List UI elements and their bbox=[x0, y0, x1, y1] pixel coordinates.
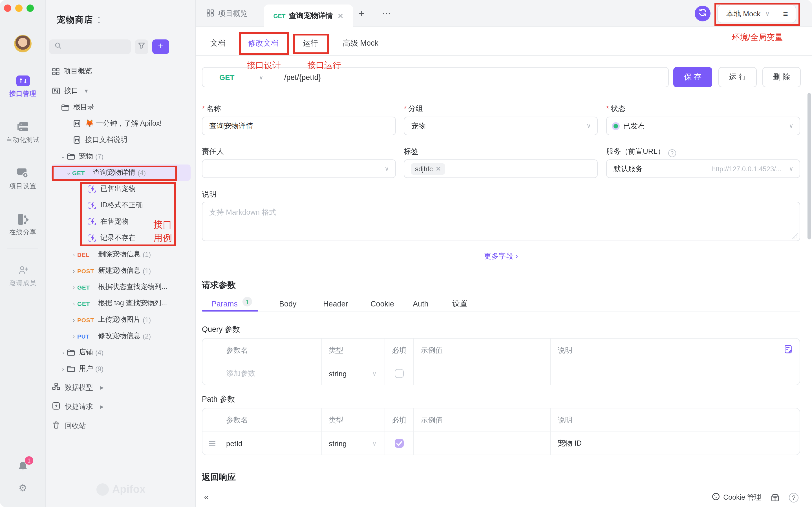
chevron-right-icon[interactable]: › bbox=[70, 251, 77, 258]
close-tab-icon[interactable]: ✕ bbox=[338, 11, 344, 20]
tree-section-回收站[interactable]: 回收站 bbox=[46, 416, 196, 436]
tree-endpoint-上传宠物图片[interactable]: ›POST上传宠物图片(1) bbox=[46, 312, 196, 328]
tree-item-在售宠物[interactable]: 在售宠物 bbox=[46, 214, 196, 230]
param-type-select[interactable]: string∨ bbox=[322, 432, 385, 455]
param-row[interactable]: petIdstring∨宠物 ID bbox=[202, 432, 800, 455]
tag-chip[interactable]: sdjhfc✕ bbox=[411, 163, 445, 174]
service-select[interactable]: 默认服务http://127.0.0.1:4523/...∨ bbox=[606, 159, 800, 178]
params-tab-Auth[interactable]: Auth bbox=[413, 297, 428, 310]
remove-tag-icon[interactable]: ✕ bbox=[436, 165, 441, 173]
bulk-edit-icon[interactable] bbox=[784, 345, 793, 355]
owner-select[interactable]: ∨ bbox=[202, 159, 396, 178]
drag-handle-icon[interactable] bbox=[209, 441, 215, 446]
add-button[interactable]: + bbox=[152, 40, 169, 54]
cookie-manager-button[interactable]: Cookie 管理 bbox=[711, 492, 761, 503]
chevron-right-icon[interactable]: › bbox=[70, 284, 77, 290]
rail-item-online-share[interactable]: 在线分享 bbox=[0, 213, 46, 237]
expand-icon[interactable]: ▶ bbox=[100, 385, 104, 390]
close-window-icon[interactable] bbox=[4, 4, 11, 12]
minimize-window-icon[interactable] bbox=[15, 4, 22, 12]
param-name-cell[interactable]: 添加参数 bbox=[219, 362, 322, 385]
rail-item-invite-member[interactable]: 邀请成员 bbox=[0, 264, 46, 287]
new-tab-button[interactable]: + bbox=[359, 0, 364, 27]
help-button[interactable]: ? bbox=[789, 493, 799, 502]
tree-section-数据模型[interactable]: 数据模型▶ bbox=[46, 378, 196, 397]
tree-item-记录不存在[interactable]: 记录不存在 bbox=[46, 230, 196, 246]
path-input[interactable]: /pet/{petId} bbox=[284, 73, 321, 81]
param-example-cell[interactable] bbox=[414, 362, 551, 385]
doc-tab-文档[interactable]: 文档 bbox=[210, 35, 225, 52]
param-desc-cell[interactable] bbox=[551, 362, 800, 385]
tree-section-快捷请求[interactable]: 快捷请求▶ bbox=[46, 397, 196, 416]
avatar[interactable] bbox=[14, 35, 32, 52]
maximize-window-icon[interactable] bbox=[27, 4, 34, 12]
rail-item-auto-test[interactable]: 自动化测试 bbox=[0, 121, 46, 144]
rail-item-project-settings[interactable]: 项目设置 bbox=[0, 167, 46, 190]
more-fields-link[interactable]: 更多字段 › bbox=[202, 251, 800, 262]
tree-item-接口[interactable]: 接口▾ bbox=[46, 83, 196, 99]
rail-item-api-manage[interactable]: 接口管理 bbox=[0, 74, 46, 98]
environment-selector[interactable]: 本地 Mock ∨ ≡ bbox=[717, 4, 796, 23]
group-select[interactable]: 宠物∨ bbox=[404, 117, 598, 135]
params-tab-Header[interactable]: Header bbox=[323, 297, 348, 310]
param-required-cell[interactable] bbox=[385, 432, 414, 455]
tree-item-接口文档说明[interactable]: 接口文档说明 bbox=[46, 132, 196, 148]
tree-endpoint-新建宠物信息[interactable]: ›POST新建宠物信息(1) bbox=[46, 263, 196, 279]
name-input[interactable]: 查询宠物详情 bbox=[202, 117, 396, 135]
param-name-cell[interactable]: petId bbox=[219, 432, 322, 455]
filter-button[interactable] bbox=[135, 40, 148, 54]
method-select[interactable]: GET bbox=[202, 73, 234, 81]
notification-bell[interactable]: 1 bbox=[0, 461, 46, 474]
description-textarea[interactable]: 支持 Markdown 格式 bbox=[202, 202, 800, 241]
tags-input[interactable]: sdjhfc✕ bbox=[404, 159, 598, 178]
tree-item-项目概览[interactable]: 项目概览 bbox=[46, 63, 196, 79]
tree-endpoint-查询宠物详情[interactable]: ⌄GET查询宠物详情(4) bbox=[51, 165, 191, 181]
help-icon[interactable]: ? bbox=[668, 149, 676, 157]
tree-endpoint-根据状态查找宠物列...[interactable]: ›GET根据状态查找宠物列... bbox=[46, 279, 196, 295]
chevron-right-icon[interactable]: › bbox=[70, 300, 77, 307]
params-tab-Cookie[interactable]: Cookie bbox=[370, 297, 394, 310]
caret-down-icon[interactable]: ▾ bbox=[83, 87, 90, 95]
tab-active-endpoint[interactable]: GET 查询宠物详情 ✕ bbox=[264, 4, 353, 27]
tree-item-已售出宠物[interactable]: 已售出宠物 bbox=[46, 181, 196, 197]
param-example-cell[interactable] bbox=[414, 432, 551, 455]
tree-endpoint-根据 tag 查找宠物列...[interactable]: ›GET根据 tag 查找宠物列... bbox=[46, 295, 196, 312]
status-select[interactable]: 已发布∨ bbox=[606, 117, 800, 135]
search-input[interactable] bbox=[49, 40, 131, 54]
tree-endpoint-修改宠物信息[interactable]: ›PUT修改宠物信息(2) bbox=[46, 328, 196, 344]
chevron-right-icon[interactable]: › bbox=[60, 365, 66, 372]
chevron-down-icon[interactable]: ⌄ bbox=[65, 169, 72, 176]
save-button[interactable]: 保 存 bbox=[673, 67, 712, 87]
param-required-cell[interactable] bbox=[385, 362, 414, 385]
chevron-right-icon[interactable]: › bbox=[70, 316, 77, 323]
tree-item-根目录[interactable]: 根目录 bbox=[46, 99, 196, 115]
sync-button[interactable] bbox=[695, 6, 711, 21]
params-tab-设置[interactable]: 设置 bbox=[452, 297, 467, 310]
delete-button[interactable]: 删 除 bbox=[762, 67, 801, 87]
menu-icon[interactable]: ≡ bbox=[775, 9, 796, 18]
tree-item-宠物[interactable]: ⌄宠物(7) bbox=[46, 148, 196, 165]
tab-project-overview[interactable]: 项目概览 bbox=[206, 0, 248, 27]
doc-tab-高级 Mock[interactable]: 高级 Mock bbox=[343, 35, 378, 52]
chevron-right-icon[interactable]: › bbox=[70, 333, 77, 339]
project-switcher[interactable]: 宠物商店 ⌃⌄ bbox=[57, 15, 101, 25]
collapse-sidebar-icon[interactable]: « bbox=[204, 492, 209, 501]
chevron-right-icon[interactable]: › bbox=[70, 267, 77, 274]
tree-endpoint-删除宠物信息[interactable]: ›DEL删除宠物信息(1) bbox=[46, 246, 196, 263]
window-controls[interactable] bbox=[4, 4, 34, 12]
tree-item-ID格式不正确[interactable]: ID格式不正确 bbox=[46, 197, 196, 214]
chevron-down-icon[interactable]: ⌄ bbox=[60, 153, 66, 160]
doc-tab-运行[interactable]: 运行 bbox=[303, 35, 318, 52]
tree-item-🦊 一分钟，了解 Apifox![interactable]: 🦊 一分钟，了解 Apifox! bbox=[46, 115, 196, 132]
params-tab-Body[interactable]: Body bbox=[279, 297, 297, 310]
tree-item-店铺[interactable]: ›店铺(4) bbox=[46, 344, 196, 360]
tab-overflow-button[interactable]: ⋯ bbox=[382, 0, 391, 27]
run-button[interactable]: 运 行 bbox=[718, 67, 757, 87]
param-row[interactable]: 添加参数string∨ bbox=[202, 362, 800, 385]
settings-button[interactable]: ⚙ bbox=[0, 482, 46, 494]
params-tab-Params[interactable]: Params bbox=[211, 297, 238, 310]
tree-item-用户[interactable]: ›用户(9) bbox=[46, 360, 196, 377]
doc-tab-修改文档[interactable]: 修改文档 bbox=[248, 35, 278, 52]
package-icon[interactable] bbox=[771, 493, 779, 502]
required-checkbox[interactable] bbox=[395, 369, 404, 378]
